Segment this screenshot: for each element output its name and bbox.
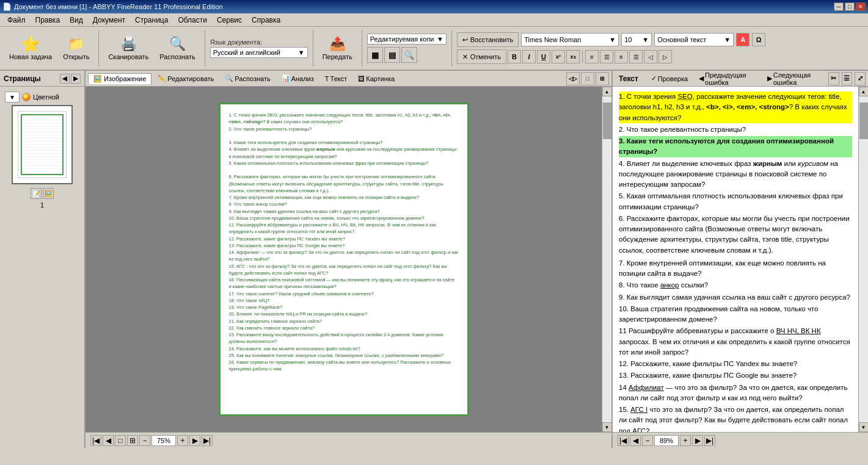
special-char-btn[interactable]: Ω bbox=[752, 33, 765, 46]
zoom-out[interactable]: − bbox=[139, 435, 150, 446]
scroll-down-arrow[interactable]: ▼ bbox=[602, 422, 612, 432]
font-dropdown[interactable]: Times New Roman ▼ bbox=[521, 33, 619, 46]
menu-document[interactable]: Документ bbox=[88, 15, 130, 26]
image-toolbar-btn-1[interactable]: ◁▷ bbox=[566, 72, 580, 85]
page-nav-last[interactable]: ▶| bbox=[202, 435, 213, 446]
text-scroll-down[interactable]: ▼ bbox=[859, 422, 869, 432]
image-scrollbar[interactable]: ▲ ▼ bbox=[602, 87, 611, 432]
page-nav-prev[interactable]: ◀ bbox=[103, 435, 114, 446]
zoom-in[interactable]: + bbox=[177, 435, 188, 446]
menu-bar: Файл Правка Вид Документ Страница Област… bbox=[0, 13, 868, 27]
text-zoom-in[interactable]: + bbox=[680, 435, 691, 446]
tab-picture[interactable]: 🖼 Картинка bbox=[353, 74, 399, 84]
next-error-button[interactable]: ▶ Следующая ошибка bbox=[763, 72, 826, 85]
indent-decrease-button[interactable]: ◁ bbox=[644, 50, 657, 63]
tab-recognize[interactable]: 🔍 Распознать bbox=[220, 73, 275, 84]
open-button[interactable]: 📁 Открыть bbox=[59, 29, 93, 67]
menu-edit[interactable]: Правка bbox=[31, 15, 65, 26]
text-nav-first[interactable]: |◀ bbox=[618, 435, 629, 446]
text-nav-prev[interactable]: ◀ bbox=[630, 435, 641, 446]
pages-content: ▼ Цветной 📝 🖼️ 1 bbox=[0, 87, 84, 448]
tab-text[interactable]: T Текст bbox=[320, 74, 352, 84]
transfer-button[interactable]: 📤 Передать bbox=[318, 29, 357, 67]
style-dropdown[interactable]: Основной текст ▼ bbox=[654, 33, 734, 46]
image-toolbar-btn-3[interactable]: ⊞ bbox=[596, 72, 609, 85]
view-btn-2[interactable]: ▤ bbox=[384, 47, 400, 63]
text-panel-scissors[interactable]: ✂ bbox=[828, 72, 839, 85]
page-thumb-inner bbox=[13, 106, 71, 183]
text-panel-menu[interactable]: ☰ bbox=[842, 72, 853, 85]
affilat-text: Аффилиат bbox=[629, 384, 664, 391]
scroll-up-arrow[interactable]: ▲ bbox=[602, 87, 612, 96]
text-scroll-up[interactable]: ▲ bbox=[859, 87, 869, 96]
font-value: Times New Roman bbox=[524, 36, 581, 43]
scroll-track[interactable] bbox=[602, 96, 611, 422]
copy-dropdown[interactable]: Редактируемая копи ▼ bbox=[367, 34, 447, 45]
tab-analysis[interactable]: 📊 Анализ bbox=[277, 73, 319, 84]
align-center-button[interactable]: ☰ bbox=[600, 50, 613, 63]
page-icon-2[interactable]: 🖼️ bbox=[43, 188, 54, 199]
align-justify-button[interactable]: ☰ bbox=[629, 50, 643, 63]
color-picker-btn[interactable]: A bbox=[736, 33, 749, 46]
text-scrollbar[interactable]: ▲ ▼ bbox=[858, 87, 868, 432]
text-nav-next[interactable]: ▶ bbox=[692, 435, 703, 446]
close-button[interactable]: ✕ bbox=[856, 2, 866, 11]
text-panel: Текст ✓ Проверка ◀ Предыдущая ошибка ▶ С… bbox=[611, 71, 868, 448]
page-thumbnail[interactable] bbox=[12, 105, 73, 184]
ags-text: АГС I bbox=[630, 406, 647, 413]
align-left-button[interactable]: ≡ bbox=[585, 50, 599, 63]
tab-edit[interactable]: ✏️ Редактировать bbox=[153, 73, 219, 84]
menu-service[interactable]: Сервис bbox=[212, 15, 247, 26]
lang-dropdown[interactable]: Русский и английский ▼ bbox=[210, 47, 308, 58]
indent-increase-button[interactable]: ▷ bbox=[658, 50, 672, 63]
page-select[interactable]: ▼ bbox=[5, 92, 20, 103]
view-mode-2[interactable]: ⊞ bbox=[127, 435, 138, 446]
image-main: 1. С точки зрения SEO, расскажите значен… bbox=[86, 87, 611, 432]
prev-error-button[interactable]: ◀ Предыдущая ошибка bbox=[695, 72, 760, 85]
check-button[interactable]: ✓ Проверка bbox=[647, 72, 692, 85]
subscript-button[interactable]: x₂ bbox=[566, 50, 580, 63]
scroll-thumb[interactable] bbox=[603, 103, 611, 139]
menu-view[interactable]: Вид bbox=[65, 15, 88, 26]
minimize-button[interactable]: ─ bbox=[834, 2, 844, 11]
restore-button[interactable]: ↩ Восстановить bbox=[457, 32, 519, 47]
menu-regions[interactable]: Области bbox=[173, 15, 212, 26]
next-error-icon: ▶ bbox=[767, 74, 772, 82]
underline-button[interactable]: U bbox=[537, 50, 550, 63]
text-panel-fullscreen[interactable]: ⤢ bbox=[855, 72, 866, 85]
cancel-button[interactable]: ✕ Отменить bbox=[457, 49, 506, 64]
superscript-button[interactable]: x² bbox=[552, 50, 565, 63]
menu-page[interactable]: Страница bbox=[130, 15, 173, 26]
text-view-1[interactable]: − bbox=[642, 435, 653, 446]
page-icon-1[interactable]: 📝 bbox=[31, 188, 42, 199]
new-task-button[interactable]: ⭐ Новая задача bbox=[5, 29, 56, 67]
bold-button[interactable]: B bbox=[508, 50, 521, 63]
size-dropdown[interactable]: 10 ▼ bbox=[621, 33, 652, 46]
view-btn-1[interactable]: ▦ bbox=[367, 47, 383, 63]
recognize-button[interactable]: 🔍 Распознать bbox=[155, 29, 199, 67]
image-panel: 🖼️ Изображение ✏️ Редактировать 🔍 Распоз… bbox=[86, 71, 611, 448]
menu-help[interactable]: Справка bbox=[247, 15, 285, 26]
page-nav-next[interactable]: ▶ bbox=[189, 435, 200, 446]
text-scroll-thumb[interactable] bbox=[859, 103, 868, 139]
image-content[interactable]: 1. С точки зрения SEO, расскажите значен… bbox=[86, 87, 602, 432]
text-nav-last[interactable]: ▶| bbox=[704, 435, 715, 446]
tab-image[interactable]: 🖼️ Изображение bbox=[88, 73, 151, 84]
align-right-button[interactable]: ≡ bbox=[615, 50, 628, 63]
page-nav-first[interactable]: |◀ bbox=[90, 435, 101, 446]
scan-button[interactable]: 🖨️ Сканировать bbox=[104, 29, 153, 67]
text-content[interactable]: 1. С точки зрения SEO, расскажите значен… bbox=[613, 87, 858, 432]
image-toolbar-btn-2[interactable]: □ bbox=[581, 72, 594, 85]
transfer-label: Передать bbox=[323, 53, 352, 60]
cancel-icon: ✕ bbox=[462, 53, 468, 61]
pages-nav-prev[interactable]: ◀ bbox=[60, 74, 70, 84]
toolbar-sep-3 bbox=[313, 30, 313, 67]
pages-nav-next[interactable]: ▶ bbox=[71, 74, 81, 84]
view-btn-3[interactable]: 🔍 bbox=[401, 47, 417, 63]
view-mode-1[interactable]: □ bbox=[115, 435, 126, 446]
italic-button[interactable]: I bbox=[522, 50, 536, 63]
pages-panel: Страницы ◀ ▶ ▼ Цветной bbox=[0, 71, 86, 448]
text-scroll-track[interactable] bbox=[859, 96, 868, 422]
maximize-button[interactable]: □ bbox=[845, 2, 855, 11]
menu-file[interactable]: Файл bbox=[2, 15, 31, 26]
